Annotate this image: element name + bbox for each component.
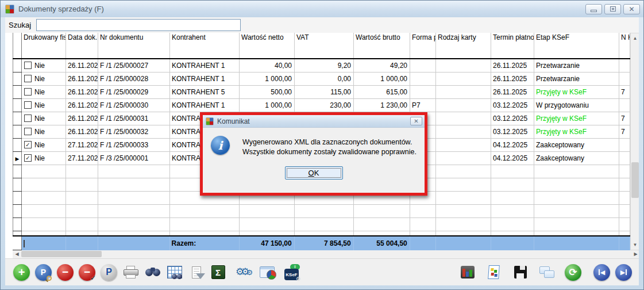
- vertical-scrollbar[interactable]: ▲ ▼: [630, 33, 639, 250]
- ksef-button[interactable]: ⇪ KSeF ⚙: [283, 262, 302, 282]
- scroll-down-arrow[interactable]: ▼: [631, 241, 639, 249]
- scroll-right-arrow[interactable]: ▶: [631, 250, 639, 258]
- refresh-button[interactable]: ⟳: [564, 262, 583, 282]
- scroll-up-arrow[interactable]: ▲: [631, 34, 639, 43]
- settings-button[interactable]: ⚙⚙⚙: [230, 262, 254, 282]
- current-row-marker-icon: ▶: [16, 156, 20, 162]
- vat-cell: 9,20: [295, 59, 354, 72]
- ksef-icon: ⇪ KSeF ⚙: [284, 264, 300, 280]
- row-selector[interactable]: [13, 112, 22, 125]
- bar-chart-button[interactable]: [458, 262, 477, 282]
- scroll-left-arrow[interactable]: ◀: [13, 250, 21, 258]
- column-header-9[interactable]: Rodzaj karty: [436, 33, 491, 59]
- minimize-icon: [591, 10, 597, 12]
- date-cell: 26.11.2025: [66, 112, 98, 125]
- chart-window-button[interactable]: [257, 262, 276, 282]
- column-header-5[interactable]: Wartość netto: [240, 33, 295, 59]
- fiscal-cell[interactable]: Nie: [22, 85, 66, 98]
- search-input[interactable]: [36, 19, 241, 31]
- row-checkbox[interactable]: [24, 88, 32, 96]
- print-button[interactable]: [121, 262, 140, 282]
- vertical-scroll-thumb[interactable]: [631, 162, 639, 198]
- search-bar: Szukaj: [5, 17, 639, 33]
- column-header-8[interactable]: Forma płatn.: [410, 33, 436, 59]
- dialog-close-button[interactable]: ✕: [410, 117, 422, 125]
- fiscal-cell[interactable]: Nie: [22, 125, 66, 138]
- fiscal-cell[interactable]: Nie: [22, 98, 66, 112]
- fiscal-cell[interactable]: Nie: [22, 72, 66, 85]
- restore-button[interactable]: [604, 4, 621, 14]
- magnifier-icon: [47, 276, 52, 281]
- column-header-3[interactable]: Nr dokumentu: [98, 33, 170, 59]
- dialog-message-line2: Wszystkie dokumenty zostały zwalidowane …: [242, 147, 417, 157]
- summary-vat: 7 854,50: [294, 236, 353, 250]
- delete-button[interactable]: −: [56, 262, 75, 282]
- ksef-number-cell: 7: [619, 112, 630, 125]
- fiscal-value: Nie: [34, 128, 45, 136]
- add-button[interactable]: +: [12, 262, 31, 282]
- ksef-number-cell: 7: [619, 125, 630, 138]
- sum-button[interactable]: Σ: [209, 262, 227, 282]
- row-selector[interactable]: ▶: [13, 151, 22, 165]
- column-header-6[interactable]: VAT: [295, 33, 354, 59]
- row-checkbox[interactable]: [24, 101, 32, 109]
- column-header-1[interactable]: Drukowany fiskalnie?: [22, 33, 66, 59]
- table-row[interactable]: Nie26.11.2025F /1 /25/000030KONTRAHENT 1…: [13, 98, 630, 112]
- row-checkbox[interactable]: [24, 128, 32, 135]
- print-icon: [124, 266, 138, 278]
- search-button[interactable]: [143, 262, 162, 282]
- filter-button[interactable]: [187, 262, 206, 282]
- summary-checkbox-cell[interactable]: [21, 236, 65, 250]
- preview-button[interactable]: P: [34, 262, 53, 282]
- table-row[interactable]: Nie26.11.2025F /1 /25/000027KONTRAHENT 1…: [13, 59, 630, 72]
- column-header-7[interactable]: Wartość brutto: [354, 33, 410, 59]
- fiscal-cell[interactable]: Nie: [22, 112, 66, 125]
- bottom-toolbar: + P − −✓ P Σ ⚙⚙⚙ ⇪ KSeF ⚙: [5, 258, 639, 285]
- ok-button[interactable]: OK: [285, 166, 343, 180]
- row-checkbox[interactable]: [24, 62, 32, 69]
- copy-button[interactable]: [537, 262, 556, 282]
- column-header-4[interactable]: Kontrahent: [170, 33, 240, 59]
- due-date-cell: 03.12.2025: [491, 125, 534, 138]
- row-checkbox[interactable]: [24, 115, 32, 122]
- row-selector[interactable]: [13, 98, 22, 112]
- skip-last-icon: ▶: [615, 264, 632, 281]
- table-row[interactable]: Nie26.11.2025F /1 /25/000028KONTRAHENT 1…: [13, 72, 630, 85]
- document-number-cell: F /1 /25/000029: [98, 85, 170, 98]
- save-button[interactable]: [511, 262, 530, 282]
- delete-selected-button[interactable]: −✓: [78, 262, 97, 282]
- netto-cell: 500,00: [240, 85, 295, 98]
- fiscal-cell[interactable]: ✓Nie: [22, 151, 66, 165]
- close-button[interactable]: ✕: [623, 4, 640, 14]
- column-header-12[interactable]: N K: [619, 33, 630, 59]
- row-selector[interactable]: [13, 125, 22, 138]
- table-search-button[interactable]: [165, 262, 184, 282]
- skip-first-button[interactable]: ◀: [592, 262, 611, 282]
- fiscal-cell[interactable]: ✓Nie: [22, 138, 66, 151]
- summary-checkbox[interactable]: [24, 240, 25, 247]
- row-checkbox[interactable]: ✓: [24, 154, 32, 162]
- summary-label: Razem:: [169, 236, 239, 250]
- row-checkbox[interactable]: ✓: [24, 141, 32, 148]
- table-row[interactable]: Nie26.11.2025F /1 /25/000029KONTRAHENT 5…: [13, 85, 630, 98]
- minimize-button[interactable]: [585, 4, 602, 14]
- row-checkbox[interactable]: [24, 75, 32, 82]
- due-date-cell: 26.11.2025: [491, 85, 534, 98]
- summary-row: Razem: 47 150,00 7 854,50 55 004,50: [13, 236, 630, 251]
- row-selector[interactable]: [13, 138, 22, 151]
- horizontal-scrollbar[interactable]: ◀ ▶: [13, 250, 639, 258]
- ksef-number-cell: [619, 138, 630, 151]
- skip-last-button[interactable]: ▶: [614, 262, 633, 282]
- report-icon: [488, 265, 500, 279]
- fiscal-cell[interactable]: Nie: [22, 59, 66, 72]
- column-header-11[interactable]: Etap KSeF: [534, 33, 619, 59]
- p-button[interactable]: P: [99, 262, 118, 282]
- horizontal-scroll-thumb[interactable]: [21, 251, 102, 257]
- row-selector[interactable]: [13, 72, 22, 85]
- report-button[interactable]: [484, 262, 503, 282]
- row-selector[interactable]: [13, 85, 22, 98]
- column-header-2[interactable]: Data dok.: [66, 33, 98, 59]
- dialog-logo-icon: [206, 117, 214, 125]
- column-header-10[interactable]: Termin płatności: [491, 33, 534, 59]
- row-selector[interactable]: [13, 59, 22, 72]
